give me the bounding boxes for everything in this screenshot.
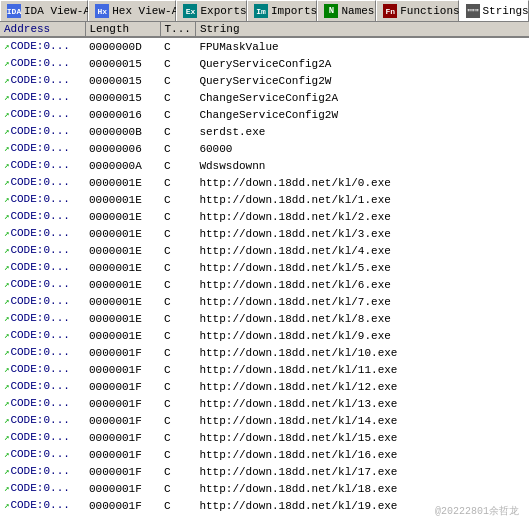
table-row[interactable]: ↗CODE:0...0000001EChttp://down.18dd.net/…: [0, 276, 529, 293]
cell-address: ↗CODE:0...: [0, 225, 85, 242]
cell-string: 60000: [195, 140, 529, 157]
table-row[interactable]: ↗CODE:0...0000001FChttp://down.18dd.net/…: [0, 395, 529, 412]
cell-string: http://down.18dd.net/kl/9.exe: [195, 327, 529, 344]
tab-functions[interactable]: FnFunctions: [376, 0, 458, 21]
table-row[interactable]: ↗CODE:0...0000001FChttp://down.18dd.net/…: [0, 480, 529, 497]
cell-type: C: [160, 276, 195, 293]
tab-imports[interactable]: ImImports: [247, 0, 318, 21]
cell-length: 0000001E: [85, 174, 160, 191]
tab-bar: IDAIDA View-AHxHex View-AExExportsImImpo…: [0, 0, 529, 22]
cell-string: http://down.18dd.net/kl/1.exe: [195, 191, 529, 208]
table-row[interactable]: ↗CODE:0...00000015CQueryServiceConfig2A: [0, 55, 529, 72]
cell-string: http://down.18dd.net/kl/4.exe: [195, 242, 529, 259]
tab-names[interactable]: NNames: [317, 0, 376, 21]
cell-type: C: [160, 208, 195, 225]
cell-string: http://down.18dd.net/kl/12.exe: [195, 378, 529, 395]
row-arrow-icon: ↗: [4, 433, 9, 443]
cell-address: ↗CODE:0...: [0, 55, 85, 72]
cell-address: ↗CODE:0...: [0, 327, 85, 344]
row-arrow-icon: ↗: [4, 229, 9, 239]
table-row[interactable]: ↗CODE:0...0000000BCserdst.exe: [0, 123, 529, 140]
cell-address: ↗CODE:0...: [0, 293, 85, 310]
table-row[interactable]: ↗CODE:0...0000001FChttp://down.18dd.net/…: [0, 378, 529, 395]
imports-icon: Im: [254, 4, 268, 18]
table-row[interactable]: ↗CODE:0...00000016CChangeServiceConfig2W: [0, 106, 529, 123]
table-row[interactable]: ↗CODE:0...00000006C60000: [0, 140, 529, 157]
cell-length: 0000001F: [85, 446, 160, 463]
cell-string: serdst.exe: [195, 123, 529, 140]
cell-type: C: [160, 55, 195, 72]
hex-view-icon: Hx: [95, 4, 109, 18]
cell-string: http://down.18dd.net/kl/8.exe: [195, 310, 529, 327]
cell-address: ↗CODE:0...: [0, 361, 85, 378]
table-row[interactable]: ↗CODE:0...0000000DCFPUMaskValue: [0, 37, 529, 55]
table-container[interactable]: Address Length T... String ↗CODE:0...000…: [0, 22, 529, 528]
tab-ida-view[interactable]: IDAIDA View-A: [0, 0, 88, 21]
row-arrow-icon: ↗: [4, 161, 9, 171]
row-arrow-icon: ↗: [4, 93, 9, 103]
cell-length: 00000015: [85, 89, 160, 106]
table-row[interactable]: ↗CODE:0...0000001EChttp://down.18dd.net/…: [0, 225, 529, 242]
row-arrow-icon: ↗: [4, 110, 9, 120]
cell-type: C: [160, 106, 195, 123]
table-row[interactable]: ↗CODE:0...0000001EChttp://down.18dd.net/…: [0, 242, 529, 259]
row-arrow-icon: ↗: [4, 331, 9, 341]
table-row[interactable]: ↗CODE:0...0000001FChttp://down.18dd.net/…: [0, 429, 529, 446]
table-row[interactable]: ↗CODE:0...0000001FChttp://down.18dd.net/…: [0, 344, 529, 361]
cell-type: C: [160, 480, 195, 497]
cell-type: C: [160, 293, 195, 310]
row-arrow-icon: ↗: [4, 144, 9, 154]
table-row[interactable]: ↗CODE:0...0000001FChttp://down.18dd.net/…: [0, 463, 529, 480]
cell-type: C: [160, 429, 195, 446]
tab-label-functions: Functions: [400, 5, 459, 17]
table-row[interactable]: ↗CODE:0...0000000ACWdswsdownn: [0, 157, 529, 174]
cell-length: 0000001E: [85, 310, 160, 327]
cell-string: http://down.18dd.net/kl/18.exe: [195, 480, 529, 497]
table-row[interactable]: ↗CODE:0...00000015CChangeServiceConfig2A: [0, 89, 529, 106]
exports-icon: Ex: [183, 4, 197, 18]
tab-exports[interactable]: ExExports: [176, 0, 247, 21]
table-row[interactable]: ↗CODE:0...0000001EChttp://down.18dd.net/…: [0, 327, 529, 344]
cell-length: 00000006: [85, 140, 160, 157]
cell-string: http://down.18dd.net/kl/16.exe: [195, 446, 529, 463]
table-row[interactable]: ↗CODE:0...0000001EChttp://down.18dd.net/…: [0, 191, 529, 208]
cell-length: 00000015: [85, 72, 160, 89]
cell-type: C: [160, 497, 195, 514]
cell-string: QueryServiceConfig2A: [195, 55, 529, 72]
cell-length: 0000000D: [85, 37, 160, 55]
table-row[interactable]: ↗CODE:0...0000001EChttp://down.18dd.net/…: [0, 259, 529, 276]
cell-type: C: [160, 395, 195, 412]
table-row[interactable]: ↗CODE:0...0000001FChttp://down.18dd.net/…: [0, 497, 529, 514]
tab-strings[interactable]: """Strings: [459, 0, 530, 22]
cell-address: ↗CODE:0...: [0, 378, 85, 395]
cell-string: http://down.18dd.net/kl/2.exe: [195, 208, 529, 225]
table-row[interactable]: ↗CODE:0...0000001EChttp://down.18dd.net/…: [0, 310, 529, 327]
table-row[interactable]: ↗CODE:0...0000001EChttp://down.18dd.net/…: [0, 293, 529, 310]
table-row[interactable]: ↗CODE:0...0000001EChttp://down.18dd.net/…: [0, 208, 529, 225]
cell-length: 00000016: [85, 106, 160, 123]
cell-length: 0000001F: [85, 378, 160, 395]
table-row[interactable]: ↗CODE:0...0000001FChttp://down.18dd.net/…: [0, 412, 529, 429]
cell-address: ↗CODE:0...: [0, 191, 85, 208]
table-row[interactable]: ↗CODE:0...00000015CQueryServiceConfig2W: [0, 72, 529, 89]
tab-label-hex-view: Hex View-A: [112, 5, 178, 17]
cell-string: http://down.18dd.net/kl/10.exe: [195, 344, 529, 361]
table-row[interactable]: ↗CODE:0...0000001FChttp://down.18dd.net/…: [0, 361, 529, 378]
col-header-length[interactable]: Length: [85, 22, 160, 37]
row-arrow-icon: ↗: [4, 365, 9, 375]
table-row[interactable]: ↗CODE:0...0000001FChttp://down.18dd.net/…: [0, 446, 529, 463]
col-header-type[interactable]: T...: [160, 22, 195, 37]
cell-string: http://down.18dd.net/kl/5.exe: [195, 259, 529, 276]
cell-type: C: [160, 191, 195, 208]
cell-type: C: [160, 123, 195, 140]
table-row[interactable]: ↗CODE:0...0000001EChttp://down.18dd.net/…: [0, 174, 529, 191]
cell-address: ↗CODE:0...: [0, 37, 85, 55]
col-header-address[interactable]: Address: [0, 22, 85, 37]
cell-type: C: [160, 37, 195, 55]
cell-length: 0000001E: [85, 242, 160, 259]
row-arrow-icon: ↗: [4, 178, 9, 188]
col-header-string[interactable]: String: [195, 22, 529, 37]
cell-string: ChangeServiceConfig2W: [195, 106, 529, 123]
tab-hex-view[interactable]: HxHex View-A: [88, 0, 176, 21]
cell-type: C: [160, 412, 195, 429]
